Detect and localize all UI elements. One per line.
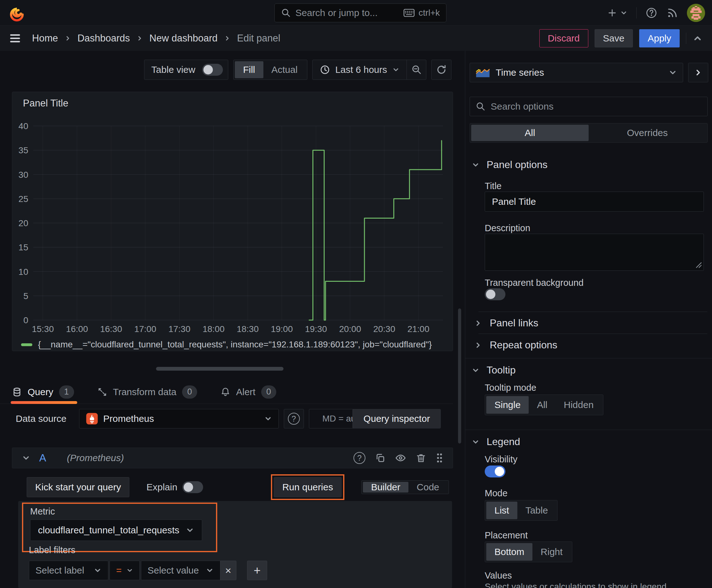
legend-section-header[interactable]: Legend bbox=[472, 436, 520, 447]
metric-select[interactable]: cloudflared_tunnel_total_requests bbox=[30, 520, 202, 541]
breadcrumb-new-dashboard[interactable]: New dashboard bbox=[149, 33, 218, 44]
add-filter-button[interactable]: + bbox=[247, 561, 267, 580]
trash-icon[interactable] bbox=[416, 453, 426, 463]
svg-text:17:30: 17:30 bbox=[168, 324, 190, 334]
table-view-control: Table view bbox=[144, 60, 228, 80]
keyboard-icon bbox=[404, 8, 415, 17]
description-textarea[interactable] bbox=[485, 234, 704, 271]
legend-placement-right[interactable]: Right bbox=[533, 543, 571, 561]
legend-series-swatch bbox=[21, 343, 33, 346]
resize-corner-icon[interactable] bbox=[696, 262, 702, 268]
discard-button[interactable]: Discard bbox=[539, 29, 588, 47]
global-search[interactable]: ctrl+k bbox=[274, 3, 447, 22]
duplicate-icon[interactable] bbox=[375, 453, 386, 463]
query-options-group[interactable]: MD = auto = 704 Interval = 30s Query ins… bbox=[309, 409, 441, 428]
resize-drag-handle[interactable] bbox=[156, 367, 283, 371]
collapse-options-button[interactable] bbox=[688, 63, 708, 82]
repeat-options-label: Repeat options bbox=[490, 339, 557, 351]
plus-icon bbox=[607, 7, 618, 18]
table-view-toggle[interactable] bbox=[202, 64, 223, 76]
breadcrumb-dashboards[interactable]: Dashboards bbox=[78, 33, 130, 44]
hide-response-eye-icon[interactable] bbox=[395, 452, 406, 464]
select-label-dropdown[interactable]: Select label bbox=[29, 561, 108, 580]
help-icon[interactable] bbox=[645, 7, 657, 19]
help-icon: ? bbox=[288, 413, 300, 425]
metric-label: Metric bbox=[30, 506, 55, 517]
transparent-background-toggle[interactable] bbox=[485, 288, 505, 300]
datasource-picker[interactable]: Prometheus bbox=[79, 409, 279, 428]
news-rss-icon[interactable] bbox=[666, 7, 678, 19]
tab-transform-label: Transform data bbox=[113, 387, 176, 397]
content-scrollbar[interactable] bbox=[458, 309, 461, 443]
save-button[interactable]: Save bbox=[595, 29, 633, 47]
query-row-header[interactable]: A (Prometheus) ? bbox=[12, 447, 453, 468]
query-inspector-button[interactable]: Query inspector bbox=[352, 409, 441, 428]
chevron-down-icon[interactable] bbox=[22, 454, 30, 462]
menu-icon[interactable] bbox=[9, 34, 21, 43]
tab-query[interactable]: Query 1 bbox=[12, 380, 74, 404]
prometheus-icon bbox=[86, 413, 98, 425]
legend-series-label: {__name__="cloudflared_tunnel_total_requ… bbox=[38, 339, 432, 350]
run-queries-button[interactable]: Run queries bbox=[274, 477, 342, 497]
panel-title-input[interactable] bbox=[485, 192, 704, 212]
fill-option[interactable]: Fill bbox=[235, 61, 263, 78]
svg-text:20: 20 bbox=[19, 218, 28, 228]
grafana-logo-icon[interactable] bbox=[9, 4, 27, 22]
tab-all[interactable]: All bbox=[471, 125, 589, 141]
panel-options-header[interactable]: Panel options bbox=[472, 159, 547, 171]
timeseries-chart[interactable]: 051015202530354015:3016:0016:3017:0017:3… bbox=[12, 121, 453, 341]
tab-overrides[interactable]: Overrides bbox=[589, 125, 706, 141]
explain-toggle[interactable] bbox=[182, 481, 203, 493]
operator-dropdown[interactable]: = bbox=[110, 561, 140, 580]
tab-alert-label: Alert bbox=[236, 387, 256, 397]
tooltip-mode-single[interactable]: Single bbox=[486, 396, 528, 414]
svg-text:35: 35 bbox=[19, 145, 28, 155]
tooltip-mode-label: Tooltip mode bbox=[485, 383, 536, 393]
tooltip-mode-all[interactable]: All bbox=[528, 396, 555, 414]
select-value-dropdown[interactable]: Select value bbox=[141, 561, 220, 580]
repeat-options-section[interactable]: Repeat options bbox=[474, 339, 557, 351]
tab-transform-data[interactable]: Transform data 0 bbox=[97, 380, 197, 404]
options-search-input[interactable] bbox=[491, 101, 702, 112]
search-input[interactable] bbox=[296, 7, 399, 18]
new-menu-button[interactable] bbox=[607, 7, 628, 18]
tooltip-section-header[interactable]: Tooltip bbox=[472, 364, 516, 376]
panel-links-label: Panel links bbox=[490, 317, 538, 329]
apply-button[interactable]: Apply bbox=[639, 29, 679, 47]
title-field-label: Title bbox=[485, 181, 502, 191]
breadcrumb-home[interactable]: Home bbox=[32, 33, 58, 44]
options-search[interactable] bbox=[470, 97, 708, 116]
svg-text:5: 5 bbox=[23, 291, 28, 301]
tab-alert[interactable]: Alert 0 bbox=[220, 380, 276, 404]
actual-option[interactable]: Actual bbox=[263, 61, 306, 78]
query-help-icon[interactable]: ? bbox=[353, 452, 365, 464]
search-icon bbox=[476, 102, 486, 111]
chevron-up-icon[interactable] bbox=[693, 33, 703, 43]
chevron-down-icon bbox=[392, 66, 400, 74]
legend-placement-bottom[interactable]: Bottom bbox=[486, 543, 533, 561]
drag-handle-icon[interactable] bbox=[436, 453, 443, 463]
kick-start-query-button[interactable]: Kick start your query bbox=[27, 477, 129, 497]
code-option[interactable]: Code bbox=[408, 482, 447, 492]
chevron-down-icon bbox=[620, 9, 628, 17]
user-avatar[interactable] bbox=[687, 4, 705, 22]
query-row-actions: ? bbox=[353, 452, 443, 464]
select-label-placeholder: Select label bbox=[36, 565, 89, 576]
breadcrumb-edit-panel: Edit panel bbox=[237, 33, 280, 44]
refresh-button[interactable] bbox=[431, 60, 451, 80]
legend-mode-list[interactable]: List bbox=[486, 502, 517, 519]
zoom-out-button[interactable] bbox=[407, 60, 426, 80]
panel-links-section[interactable]: Panel links bbox=[474, 317, 538, 329]
select-value-placeholder: Select value bbox=[148, 565, 201, 576]
chart-legend[interactable]: {__name__="cloudflared_tunnel_total_requ… bbox=[21, 339, 432, 350]
builder-option[interactable]: Builder bbox=[363, 482, 408, 492]
remove-filter-button[interactable]: × bbox=[220, 561, 236, 580]
legend-visibility-toggle[interactable] bbox=[485, 465, 505, 478]
legend-mode-table[interactable]: Table bbox=[517, 502, 556, 519]
fill-actual-group: Fill Actual bbox=[233, 60, 307, 80]
datasource-help-button[interactable]: ? bbox=[284, 409, 304, 428]
legend-values-description: Select values or calculations to show in… bbox=[485, 582, 667, 588]
visualization-picker[interactable]: Time series bbox=[470, 63, 683, 82]
time-range-picker[interactable]: Last 6 hours bbox=[313, 60, 407, 80]
tooltip-mode-hidden[interactable]: Hidden bbox=[556, 396, 602, 414]
